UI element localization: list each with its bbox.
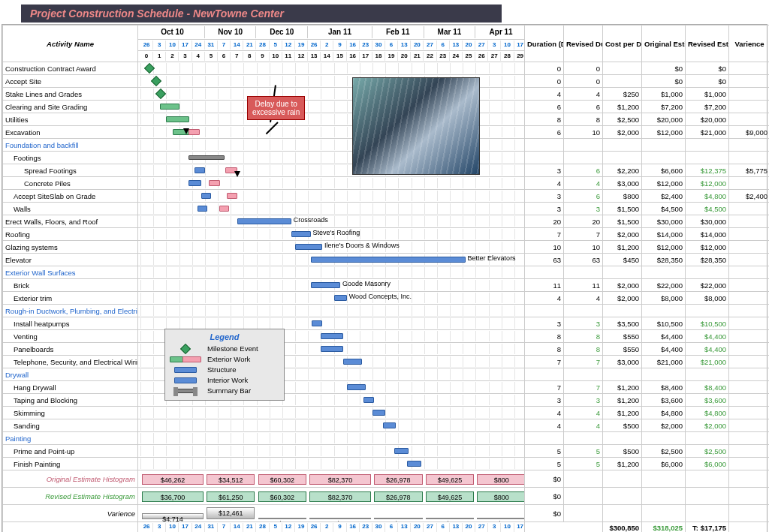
value-cell: 5: [564, 458, 603, 470]
day-label: 20: [398, 52, 411, 61]
day-label: 7: [218, 41, 231, 50]
value-cell: [686, 152, 729, 164]
activity-name: Concrete Piles: [3, 177, 138, 190]
histogram-bar: $82,370: [309, 491, 371, 502]
histogram-bar: $4,714: [142, 513, 204, 519]
gantt-cell: [138, 394, 525, 407]
value-cell: $28,350: [686, 254, 729, 266]
value-cell: 8: [525, 343, 564, 356]
table-row: Prime and Point-up55$500$2,500$2,500: [3, 445, 770, 458]
value-cell: 4: [564, 88, 603, 101]
value-cell: 4: [564, 292, 603, 305]
activity-name: Venting: [3, 330, 138, 343]
day-label: 3: [179, 52, 191, 61]
value-cell: 5: [525, 445, 564, 458]
table-row: Drywall: [3, 368, 770, 381]
value-cell: $7,200: [686, 101, 729, 113]
value-cell: 8: [564, 330, 603, 343]
value-cell: $1,500: [603, 215, 642, 228]
gantt-bar: [188, 155, 225, 160]
value-cell: [603, 266, 642, 279]
value-cell: $0: [686, 75, 729, 88]
day-label: 22: [424, 52, 436, 61]
gantt-bar: [343, 359, 363, 365]
histogram-label: Revised Estimate Histogram: [3, 488, 138, 505]
value-cell: [564, 152, 603, 164]
gantt-cell: [138, 75, 525, 88]
day-label: 6: [385, 41, 398, 50]
value-cell: [603, 305, 642, 317]
value-cell: [686, 305, 729, 317]
value-cell: [729, 458, 770, 470]
day-label: 10: [501, 41, 514, 50]
value-cell: $500: [603, 419, 642, 432]
gantt-cell: [138, 458, 525, 470]
value-cell: 7: [564, 356, 603, 368]
gantt-cell: [138, 343, 525, 356]
value-cell: $1,200: [603, 458, 642, 470]
value-cell: [603, 152, 642, 164]
histogram-bar: $800: [477, 474, 524, 485]
activity-name: Painting: [3, 432, 138, 445]
value-cell: $6,000: [642, 458, 686, 470]
table-row: BrickGoode Masonry1111$2,000$22,000$22,0…: [3, 279, 770, 292]
value-cell: [603, 75, 642, 88]
day-label: 29: [514, 52, 525, 61]
value-cell: $7,200: [642, 101, 686, 113]
value-cell: $1,200: [603, 241, 642, 254]
activity-name: Construction Contract Award: [3, 62, 138, 75]
day-label: 18: [372, 52, 385, 61]
activity-name: Prime and Point-up: [3, 445, 138, 458]
gantt-bar: [321, 333, 342, 339]
day-label: 6: [437, 41, 450, 50]
gantt-cell: Wood Concepts, Inc.: [138, 292, 525, 305]
value-cell: $2,400: [729, 190, 770, 203]
table-row: Exterior Wall Surfaces: [3, 266, 770, 279]
value-cell: [525, 152, 564, 164]
gantt-cell: [138, 101, 525, 113]
footer-days: 2631017243171421285121926291623306132027…: [3, 522, 770, 533]
value-cell: 8: [525, 330, 564, 343]
table-row: Erect Walls, Floors, and RoofCrossroads2…: [3, 215, 770, 228]
value-cell: [603, 139, 642, 152]
value-cell: 10: [564, 241, 603, 254]
day-label: 4: [192, 52, 205, 61]
activity-name: Exterior Wall Surfaces: [3, 266, 138, 279]
day-label: 17: [514, 41, 525, 50]
value-cell: [564, 305, 603, 317]
value-cell: [729, 88, 770, 101]
month-label: Jan 11: [308, 26, 372, 38]
value-cell: $5,775: [729, 164, 770, 177]
day-label: 19: [385, 52, 398, 61]
day-label: 3: [153, 41, 166, 50]
histogram-bar: $0: [258, 518, 307, 519]
table-row: Foundation and backfill: [3, 139, 770, 152]
value-cell: $12,000: [642, 126, 686, 139]
value-cell: $4,800: [686, 407, 729, 419]
value-cell: 20: [525, 215, 564, 228]
gantt-cell: Better Elevators: [138, 254, 525, 266]
value-cell: $4,500: [642, 203, 686, 215]
value-cell: [729, 241, 770, 254]
gantt-cell: [138, 88, 525, 101]
day-label: 26: [140, 41, 153, 50]
value-cell: [729, 203, 770, 215]
value-cell: [729, 254, 770, 266]
value-cell: [729, 266, 770, 279]
value-cell: 6: [564, 101, 603, 113]
month-label: Nov 10: [205, 26, 257, 38]
activity-name: Skimming: [3, 407, 138, 419]
activity-name: Finish Painting: [3, 458, 138, 470]
month-label: Oct 10: [140, 26, 205, 38]
value-cell: 20: [564, 215, 603, 228]
value-cell: $4,400: [642, 343, 686, 356]
day-label: 19: [295, 41, 308, 50]
day-label: 16: [347, 52, 360, 61]
day-label: 27: [475, 41, 488, 50]
day-label: 10: [166, 41, 179, 50]
gantt-cell: [138, 266, 525, 279]
day-label: 17: [179, 41, 191, 50]
gantt-cell: [138, 381, 525, 394]
value-cell: $8,400: [686, 381, 729, 394]
value-cell: [642, 432, 686, 445]
